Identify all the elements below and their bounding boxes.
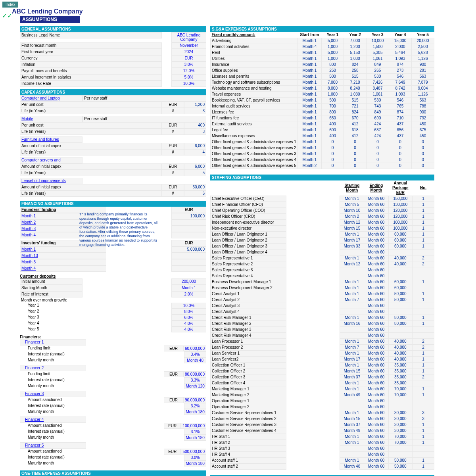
sga-value[interactable]: 0 bbox=[366, 163, 389, 169]
sga-start[interactable]: Month 1 bbox=[298, 157, 321, 163]
capex-value[interactable]: 3 bbox=[184, 129, 206, 135]
staffing-start[interactable]: Month 1 bbox=[340, 434, 364, 440]
staffing-count[interactable]: 1 bbox=[413, 351, 434, 357]
staffing-start[interactable]: Month 15 bbox=[340, 226, 364, 232]
sga-start[interactable]: Month 1 bbox=[298, 62, 321, 68]
growth-value[interactable]: 6.0% bbox=[171, 315, 206, 321]
capex-item[interactable]: Computer and Laptop bbox=[20, 95, 83, 102]
staffing-start[interactable]: Month 12 bbox=[340, 220, 364, 226]
founders-value[interactable] bbox=[171, 219, 206, 226]
investors-month[interactable]: Month 13 bbox=[20, 253, 106, 259]
capex-value[interactable]: 400 bbox=[184, 122, 206, 129]
staffing-end[interactable]: Month 60 bbox=[364, 303, 388, 309]
sga-value[interactable]: 1,000 bbox=[321, 92, 344, 98]
sga-value[interactable]: 618 bbox=[344, 127, 367, 133]
staffing-end[interactable]: Month 60 bbox=[364, 464, 388, 470]
staffing-package[interactable]: 70,000 bbox=[388, 440, 413, 446]
staffing-end[interactable]: Month 60 bbox=[364, 232, 388, 238]
sga-start[interactable]: Month 4 bbox=[298, 44, 321, 50]
sga-value[interactable]: 2,000 bbox=[389, 44, 411, 50]
sga-value[interactable]: 1,200 bbox=[344, 44, 367, 50]
staffing-count[interactable]: 1 bbox=[413, 232, 434, 238]
staffing-end[interactable]: Month 60 bbox=[364, 363, 388, 369]
staffing-end[interactable]: Month 60 bbox=[364, 309, 388, 315]
staffing-count[interactable] bbox=[413, 452, 434, 458]
sga-start[interactable]: Month 1 bbox=[298, 127, 321, 133]
capex-item[interactable]: Mobile bbox=[20, 116, 83, 122]
staffing-end[interactable]: Month 60 bbox=[364, 452, 388, 458]
sga-value[interactable]: 530 bbox=[366, 98, 389, 104]
staffing-count[interactable]: 1 bbox=[413, 363, 434, 369]
staffing-package[interactable] bbox=[388, 303, 413, 309]
sga-value[interactable]: 1,126 bbox=[411, 56, 434, 62]
staffing-end[interactable]: Month 60 bbox=[364, 369, 388, 374]
growth-value[interactable]: 8.0% bbox=[171, 309, 206, 315]
staffing-package[interactable]: 35,000 bbox=[388, 374, 413, 380]
sga-start[interactable]: Month 2 bbox=[298, 163, 321, 169]
staffing-count[interactable]: 2 bbox=[413, 261, 434, 267]
staffing-package[interactable] bbox=[388, 267, 413, 273]
staffing-start[interactable] bbox=[340, 404, 364, 410]
general-value[interactable]: 10.0% bbox=[171, 81, 206, 87]
financer-value[interactable]: Month 180 bbox=[184, 435, 206, 441]
sga-value[interactable]: 9,004 bbox=[411, 86, 434, 92]
staffing-package[interactable]: 100,000 bbox=[388, 226, 413, 232]
staffing-package[interactable]: 60,000 bbox=[388, 285, 413, 291]
sga-value[interactable]: 1,061 bbox=[366, 56, 389, 62]
staffing-package[interactable] bbox=[388, 250, 413, 255]
staffing-end[interactable]: Month 60 bbox=[364, 351, 388, 357]
staffing-start[interactable]: Month 17 bbox=[340, 357, 364, 363]
sga-start[interactable]: Month 1 bbox=[298, 50, 321, 56]
staffing-count[interactable] bbox=[413, 446, 434, 452]
sga-value[interactable]: 0 bbox=[344, 157, 367, 163]
sga-value[interactable]: 900 bbox=[411, 109, 434, 115]
staffing-start[interactable]: Month 37 bbox=[340, 422, 364, 428]
staffing-start[interactable] bbox=[340, 273, 364, 279]
sga-value[interactable]: 765 bbox=[389, 104, 411, 109]
staffing-package[interactable]: 120,000 bbox=[388, 214, 413, 220]
sga-value[interactable]: 15,000 bbox=[389, 38, 411, 44]
staffing-package[interactable]: 40,000 bbox=[388, 261, 413, 267]
staffing-package[interactable]: 40,000 bbox=[388, 351, 413, 357]
staffing-package[interactable]: 70,000 bbox=[388, 392, 413, 398]
capex-value[interactable]: 6,000 bbox=[184, 143, 206, 149]
sga-value[interactable]: 7,210 bbox=[344, 80, 367, 86]
staffing-start[interactable]: Month 1 bbox=[340, 351, 364, 357]
staffing-start[interactable]: Month 1 bbox=[340, 196, 364, 202]
staffing-end[interactable]: Month 60 bbox=[364, 339, 388, 345]
staffing-count[interactable]: 1 bbox=[413, 202, 434, 208]
sga-value[interactable]: 849 bbox=[366, 62, 389, 68]
staffing-package[interactable]: 70,000 bbox=[388, 434, 413, 440]
staffing-start[interactable]: Month 1 bbox=[340, 285, 364, 291]
staffing-end[interactable]: Month 60 bbox=[364, 279, 388, 285]
staffing-start[interactable] bbox=[340, 327, 364, 333]
staffing-package[interactable]: 40,000 bbox=[388, 357, 413, 363]
sga-value[interactable]: 0 bbox=[411, 163, 434, 169]
financer-value[interactable]: 3.3% bbox=[184, 377, 206, 383]
sga-value[interactable]: 258 bbox=[344, 68, 367, 74]
sga-start[interactable]: Month 1 bbox=[298, 92, 321, 98]
sga-value[interactable]: 5,305 bbox=[366, 50, 389, 56]
staffing-end[interactable]: Month 60 bbox=[364, 446, 388, 452]
staffing-package[interactable]: 30,000 bbox=[388, 416, 413, 422]
staffing-package[interactable]: 60,000 bbox=[388, 232, 413, 238]
sga-value[interactable]: 0 bbox=[321, 157, 344, 163]
sga-value[interactable]: 0 bbox=[344, 139, 367, 145]
capex-value[interactable]: 4 bbox=[184, 149, 206, 155]
sga-value[interactable]: 450 bbox=[411, 133, 434, 139]
sga-value[interactable]: 600 bbox=[321, 127, 344, 133]
investors-value[interactable] bbox=[171, 253, 206, 259]
sga-value[interactable]: 7,649 bbox=[389, 80, 411, 86]
staffing-start[interactable]: Month 37 bbox=[340, 374, 364, 380]
sga-value[interactable]: 273 bbox=[389, 68, 411, 74]
staffing-end[interactable]: Month 60 bbox=[364, 321, 388, 327]
investors-value[interactable] bbox=[171, 259, 206, 265]
staffing-end[interactable]: Month 60 bbox=[364, 238, 388, 244]
staffing-start[interactable]: Month 48 bbox=[340, 464, 364, 470]
sga-value[interactable]: 10,000 bbox=[366, 38, 389, 44]
sga-value[interactable]: 1,061 bbox=[366, 92, 389, 98]
sga-value[interactable]: 1,093 bbox=[389, 92, 411, 98]
staffing-end[interactable]: Month 60 bbox=[364, 410, 388, 416]
sga-value[interactable]: 0 bbox=[389, 163, 411, 169]
sga-start[interactable]: Month 1 bbox=[298, 74, 321, 80]
